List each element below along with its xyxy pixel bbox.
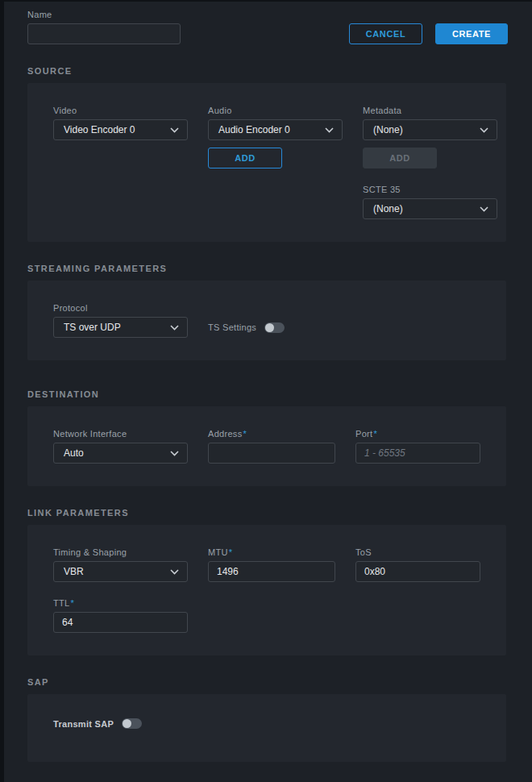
network-interface-label: Network Interface bbox=[53, 429, 188, 439]
transmit-sap-toggle[interactable] bbox=[122, 718, 142, 729]
protocol-field-group: Protocol TS over UDP bbox=[53, 303, 188, 338]
scte35-select[interactable]: (None) bbox=[363, 198, 497, 219]
chevron-down-icon bbox=[480, 206, 488, 212]
destination-section-title: DESTINATION bbox=[27, 389, 532, 399]
name-label: Name bbox=[27, 10, 181, 19]
chevron-down-icon bbox=[170, 569, 179, 575]
timing-shaping-field-group: Timing & Shaping VBR bbox=[53, 547, 188, 582]
destination-panel: Network Interface Auto Address* Port* bbox=[27, 406, 506, 486]
network-interface-field-group: Network Interface Auto bbox=[53, 429, 188, 464]
topbar: Name CANCEL CREATE bbox=[4, 2, 532, 44]
metadata-label: Metadata bbox=[363, 106, 497, 115]
toggle-knob bbox=[265, 323, 274, 332]
timing-shaping-label: Timing & Shaping bbox=[53, 547, 188, 557]
streaming-panel: Protocol TS over UDP TS Settings bbox=[27, 281, 506, 360]
spacer bbox=[53, 148, 188, 168]
cancel-button[interactable]: CANCEL bbox=[349, 23, 422, 44]
ttl-label: TTL* bbox=[53, 598, 188, 608]
protocol-select[interactable]: TS over UDP bbox=[53, 317, 188, 338]
mtu-field-group: MTU* bbox=[208, 547, 335, 582]
ts-settings-group: TS Settings bbox=[208, 317, 343, 338]
protocol-label: Protocol bbox=[53, 303, 188, 313]
chevron-down-icon bbox=[480, 127, 488, 133]
mtu-input[interactable] bbox=[208, 561, 335, 582]
required-asterisk: * bbox=[373, 429, 377, 439]
sap-section: SAP Transmit SAP bbox=[4, 677, 532, 762]
ttl-input[interactable] bbox=[53, 612, 188, 633]
spacer bbox=[208, 185, 343, 219]
address-field-group: Address* bbox=[208, 429, 335, 464]
audio-field-group: Audio Audio Encoder 0 bbox=[208, 106, 343, 140]
mtu-label: MTU* bbox=[208, 547, 335, 557]
transmit-sap-label: Transmit SAP bbox=[53, 719, 114, 729]
port-field-group: Port* bbox=[355, 429, 482, 464]
port-input[interactable] bbox=[355, 443, 480, 464]
metadata-field-group: Metadata (None) bbox=[363, 106, 497, 140]
link-parameters-section-title: LINK PARAMETERS bbox=[27, 508, 532, 518]
action-buttons: CANCEL CREATE bbox=[349, 23, 508, 44]
ts-settings-toggle[interactable] bbox=[264, 322, 285, 333]
required-asterisk: * bbox=[243, 429, 247, 439]
required-asterisk: * bbox=[70, 598, 74, 608]
port-label: Port* bbox=[355, 429, 482, 439]
tos-label: ToS bbox=[355, 547, 482, 557]
toggle-knob bbox=[123, 719, 131, 728]
ts-settings-label: TS Settings bbox=[208, 322, 256, 332]
spacer bbox=[53, 185, 188, 219]
sap-section-title: SAP bbox=[27, 677, 532, 687]
scte35-label: SCTE 35 bbox=[363, 185, 497, 194]
required-asterisk: * bbox=[229, 547, 233, 557]
address-input[interactable] bbox=[208, 443, 335, 464]
name-input[interactable] bbox=[27, 23, 181, 44]
name-field-group: Name bbox=[27, 10, 181, 44]
streaming-section: STREAMING PARAMETERS Protocol TS over UD… bbox=[4, 264, 532, 360]
sap-panel: Transmit SAP bbox=[27, 694, 506, 762]
link-parameters-panel: Timing & Shaping VBR MTU* ToS TTL bbox=[27, 525, 506, 655]
video-field-group: Video Video Encoder 0 bbox=[53, 106, 188, 140]
scte35-field-group: SCTE 35 (None) bbox=[363, 185, 497, 219]
source-section: SOURCE Video Video Encoder 0 Audio Audio… bbox=[4, 66, 532, 242]
audio-label: Audio bbox=[208, 106, 343, 115]
create-output-form: Name CANCEL CREATE SOURCE Video Video En… bbox=[0, 0, 532, 782]
tos-field-group: ToS bbox=[355, 547, 482, 582]
timing-shaping-select[interactable]: VBR bbox=[53, 561, 188, 582]
create-button[interactable]: CREATE bbox=[435, 23, 508, 44]
destination-section: DESTINATION Network Interface Auto Addre… bbox=[4, 389, 532, 486]
address-label: Address* bbox=[208, 429, 335, 439]
source-section-title: SOURCE bbox=[27, 66, 532, 76]
metadata-select[interactable]: (None) bbox=[363, 119, 497, 140]
video-label: Video bbox=[53, 106, 188, 115]
audio-select[interactable]: Audio Encoder 0 bbox=[208, 119, 343, 140]
ttl-field-group: TTL* bbox=[53, 598, 188, 633]
source-panel: Video Video Encoder 0 Audio Audio Encode… bbox=[27, 83, 506, 242]
chevron-down-icon bbox=[325, 127, 334, 133]
video-select[interactable]: Video Encoder 0 bbox=[53, 119, 188, 140]
chevron-down-icon bbox=[170, 127, 179, 133]
chevron-down-icon bbox=[170, 325, 179, 331]
tos-input[interactable] bbox=[355, 561, 480, 582]
audio-add-button[interactable]: ADD bbox=[208, 148, 282, 168]
chevron-down-icon bbox=[170, 451, 179, 456]
streaming-section-title: STREAMING PARAMETERS bbox=[27, 264, 532, 273]
network-interface-select[interactable]: Auto bbox=[53, 443, 188, 464]
transmit-sap-group: Transmit SAP bbox=[53, 718, 142, 729]
metadata-add-button: ADD bbox=[363, 148, 437, 168]
link-parameters-section: LINK PARAMETERS Timing & Shaping VBR MTU… bbox=[4, 508, 532, 655]
